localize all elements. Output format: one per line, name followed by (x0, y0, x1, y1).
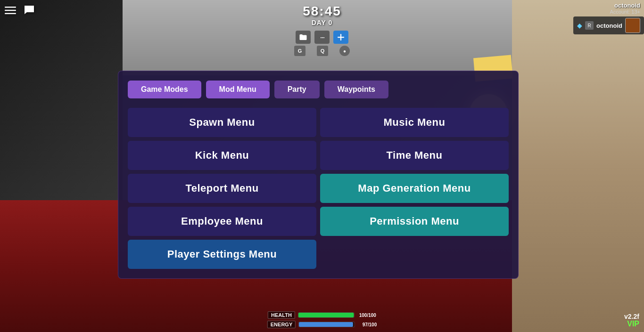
health-label: HEALTH (268, 311, 295, 319)
version-text: v2.2f (624, 313, 639, 320)
tab-party[interactable]: Party (274, 81, 320, 98)
menu-icon[interactable] (4, 4, 17, 17)
vip-badge: VIP (627, 320, 639, 328)
permission-menu-button[interactable]: Permission Menu (320, 207, 509, 236)
user-avatar (625, 18, 640, 33)
health-fill (298, 313, 354, 317)
time-menu-button[interactable]: Time Menu (320, 141, 509, 170)
hud-bottom: HEALTH 100/100 ENERGY 97/100 (267, 311, 377, 328)
player-settings-menu-button[interactable]: Player Settings Menu (128, 240, 316, 269)
tab-game-modes[interactable]: Game Modes (128, 81, 201, 98)
svg-rect-1 (5, 10, 16, 11)
employee-menu-button[interactable]: Employee Menu (128, 207, 316, 236)
teleport-menu-button[interactable]: Teleport Menu (128, 174, 316, 203)
energy-label: ENERGY (267, 321, 296, 328)
health-bar-bg (298, 312, 355, 318)
user-bar-name: octonoid (596, 22, 622, 29)
energy-bar: ENERGY 97/100 (267, 321, 377, 328)
svg-rect-2 (5, 13, 16, 15)
music-menu-button[interactable]: Music Menu (320, 108, 509, 137)
diamond-icon: ◆ (577, 22, 582, 29)
spawn-menu-button[interactable]: Spawn Menu (128, 108, 316, 137)
username-block: octonoid Account: 13+ (606, 0, 644, 16)
energy-bar-bg (298, 322, 355, 327)
right-wall (512, 0, 644, 332)
username-display: octonoid (610, 2, 640, 9)
user-bar: ◆ R octonoid (573, 16, 644, 34)
svg-rect-0 (5, 7, 16, 8)
tab-mod-menu[interactable]: Mod Menu (206, 81, 270, 98)
account-age: Account: 13+ (610, 9, 640, 15)
top-left-icons (4, 4, 36, 17)
chat-icon[interactable] (23, 4, 36, 17)
menu-grid: Spawn Menu Music Menu Kick Menu Time Men… (128, 108, 509, 269)
map-generation-menu-button[interactable]: Map Generation Menu (320, 174, 509, 203)
user-info: octonoid Account: 13+ ◆ R octonoid (573, 0, 644, 34)
menu-panel: Game Modes Mod Menu Party Waypoints Spaw… (118, 71, 519, 279)
energy-fill (299, 322, 353, 327)
tab-waypoints[interactable]: Waypoints (324, 81, 388, 98)
health-value: 100/100 (357, 313, 376, 318)
tab-row: Game Modes Mod Menu Party Waypoints (128, 81, 509, 98)
energy-value: 97/100 (358, 322, 377, 327)
roblox-icon: R (585, 21, 594, 30)
health-bar: HEALTH 100/100 (268, 311, 376, 319)
kick-menu-button[interactable]: Kick Menu (128, 141, 316, 170)
